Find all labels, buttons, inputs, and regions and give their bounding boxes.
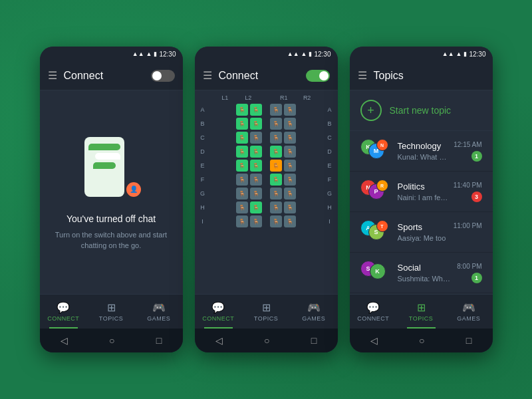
seat-H-L2[interactable]: 🪑	[250, 201, 262, 213]
connect-icon-3: 💬	[366, 301, 380, 314]
topic-item-technology[interactable]: K M N Technology Kunal: What do you thin…	[350, 131, 493, 172]
topic-name-social: Social	[398, 263, 452, 273]
recent-btn-2[interactable]: □	[311, 335, 317, 346]
topic-meta-technology: 12:15 AM 1	[454, 141, 481, 162]
grid-row-F: F 🪑 🪑 🪑 🪑 F	[199, 174, 334, 186]
seat-H-L1[interactable]: 🪑	[236, 201, 248, 213]
seat-E-R1[interactable]: 🪑	[270, 160, 282, 172]
seat-G-L2[interactable]: 🪑	[250, 188, 262, 200]
topic-time-technology: 12:15 AM	[454, 141, 481, 148]
seat-I-L1[interactable]: 🪑	[236, 215, 248, 227]
seat-C-L1[interactable]: 🪑	[236, 132, 248, 144]
back-btn-1[interactable]: ◁	[61, 335, 68, 346]
avatar-pol-3: R	[376, 180, 388, 192]
row-G-seats: 🪑 🪑 🪑 🪑	[207, 188, 326, 200]
row-D-seats: 🪑 🪑 🪑 🪑	[207, 146, 326, 158]
seat-H-R1[interactable]: 🪑	[270, 201, 282, 213]
col-label-R1: R1	[277, 94, 291, 101]
seat-I-R1[interactable]: 🪑	[270, 215, 282, 227]
nav-topics-3[interactable]: ⊞ TOPICS	[397, 295, 445, 329]
games-label-2: GAMES	[302, 315, 325, 322]
row-label-E-right: E	[326, 162, 334, 169]
home-btn-2[interactable]: ○	[264, 335, 269, 346]
seat-A-R1[interactable]: 🪑	[270, 104, 282, 116]
hamburger-icon-2[interactable]: ☰	[203, 69, 212, 82]
seat-D-R1[interactable]: 🪑	[270, 146, 282, 158]
seat-D-R2[interactable]: 🪑	[284, 146, 296, 158]
seat-B-L1[interactable]: 🪑	[236, 118, 248, 130]
nav-games-1[interactable]: 🎮 GAMES	[135, 295, 183, 329]
seat-D-L1[interactable]: 🪑	[236, 146, 248, 158]
seat-I-L2[interactable]: 🪑	[250, 215, 262, 227]
back-btn-2[interactable]: ◁	[215, 335, 223, 346]
seat-F-R2[interactable]: 🪑	[284, 174, 296, 186]
topic-info-social: Social Sushmita: Why am I here?	[398, 263, 452, 283]
games-label-1: GAMES	[147, 315, 170, 322]
chat-off-title: You've turned off chat	[66, 213, 156, 224]
seat-G-L1[interactable]: 🪑	[236, 188, 248, 200]
signal-icon-2: ▲▲	[287, 51, 299, 57]
nav-topics-2[interactable]: ⊞ TOPICS	[242, 295, 290, 329]
nav-connect-1[interactable]: 💬 CONNECT	[40, 295, 88, 329]
seat-E-L1[interactable]: 🪑	[236, 160, 248, 172]
seat-C-R2[interactable]: 🪑	[284, 132, 296, 144]
row-label-C-right: C	[326, 134, 334, 141]
chat-bubble-left	[88, 144, 120, 150]
avatar-spo-3: T	[376, 220, 388, 232]
seat-A-L2[interactable]: 🪑	[250, 104, 262, 116]
home-btn-1[interactable]: ○	[109, 335, 114, 346]
seat-I-R2[interactable]: 🪑	[284, 215, 296, 227]
hamburger-icon-1[interactable]: ☰	[48, 69, 57, 82]
seat-B-L2[interactable]: 🪑	[250, 118, 262, 130]
topic-info-technology: Technology Kunal: What do you think?	[398, 141, 449, 161]
nav-connect-2[interactable]: 💬 CONNECT	[195, 295, 243, 329]
seat-A-R2[interactable]: 🪑	[284, 104, 296, 116]
seat-A-L1[interactable]: 🪑	[236, 104, 248, 116]
chat-toggle-1[interactable]	[151, 70, 175, 82]
signal-icon: ▲▲	[132, 51, 144, 57]
connect-label-2: CONNECT	[202, 315, 234, 322]
topic-time-social: 8:00 PM	[457, 263, 481, 270]
row-B-seats: 🪑 🪑 🪑 🪑	[207, 118, 326, 130]
row-label-I-right: I	[326, 218, 334, 225]
nav-topics-1[interactable]: ⊞ TOPICS	[87, 295, 135, 329]
topics-label-1: TOPICS	[99, 315, 123, 322]
seat-E-R2[interactable]: 🪑	[284, 160, 296, 172]
seat-D-L2[interactable]: 🪑	[250, 146, 262, 158]
recent-btn-3[interactable]: □	[466, 335, 471, 346]
android-nav-3: ◁ ○ □	[350, 329, 493, 352]
chat-toggle-2[interactable]	[306, 70, 330, 82]
seat-F-L2[interactable]: 🪑	[250, 174, 262, 186]
home-btn-3[interactable]: ○	[419, 335, 424, 346]
row-label-D-right: D	[326, 148, 334, 155]
seat-E-L2[interactable]: 🪑	[250, 160, 262, 172]
topic-item-sports[interactable]: A S T Sports Aasiya: Me too 11:00 PM	[350, 212, 493, 253]
seat-C-L2[interactable]: 🪑	[250, 132, 262, 144]
seat-G-R2[interactable]: 🪑	[284, 188, 296, 200]
seat-F-L1[interactable]: 🪑	[236, 174, 248, 186]
seat-B-R1[interactable]: 🪑	[270, 118, 282, 130]
avatar-illustration: 👤	[126, 182, 141, 197]
new-topic-button[interactable]: + Start new topic	[350, 90, 493, 131]
seat-G-R1[interactable]: 🪑	[270, 188, 282, 200]
battery-icon-3: ▮	[464, 51, 467, 57]
seat-B-R2[interactable]: 🪑	[284, 118, 296, 130]
nav-games-2[interactable]: 🎮 GAMES	[290, 295, 338, 329]
row-label-B: B	[199, 120, 207, 127]
back-btn-3[interactable]: ◁	[370, 335, 378, 346]
status-time-2: 12:30	[314, 51, 331, 58]
app-bar-3: ☰ Topics	[350, 61, 493, 90]
recent-btn-1[interactable]: □	[156, 335, 162, 346]
seat-H-R2[interactable]: 🪑	[284, 201, 296, 213]
topic-item-social[interactable]: S K Social Sushmita: Why am I here? 8:00…	[350, 253, 493, 293]
nav-connect-3[interactable]: 💬 CONNECT	[350, 295, 398, 329]
topic-item-politics[interactable]: N P R Politics Naini: I am feeling so No…	[350, 172, 493, 212]
battery-icon: ▮	[154, 51, 157, 57]
topics-icon-1: ⊞	[107, 301, 116, 314]
seat-F-R1[interactable]: 🪑	[270, 174, 282, 186]
hamburger-icon-3[interactable]: ☰	[358, 69, 367, 82]
nav-games-3[interactable]: 🎮 GAMES	[445, 295, 493, 329]
grid-row-C: C 🪑 🪑 🪑 🪑 C	[199, 132, 334, 144]
seat-C-R1[interactable]: 🪑	[270, 132, 282, 144]
app-title-3: Topics	[374, 70, 485, 82]
